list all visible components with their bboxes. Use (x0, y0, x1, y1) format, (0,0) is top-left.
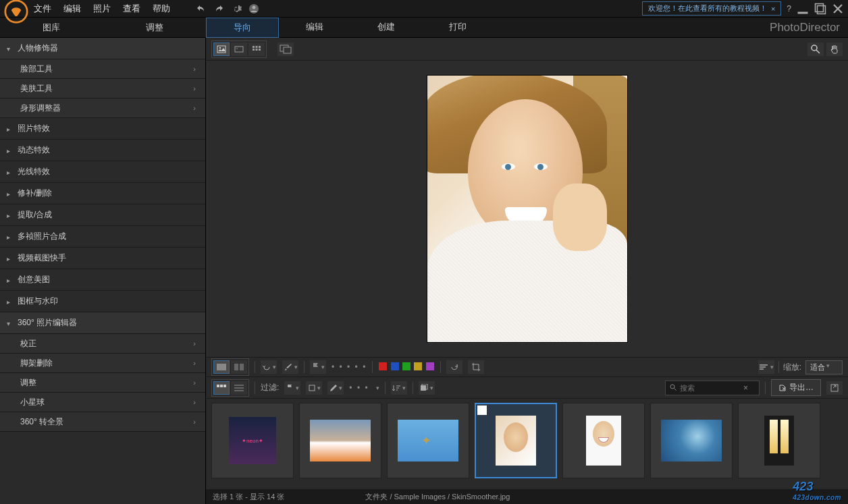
svg-rect-3 (798, 11, 808, 13)
thumb-view-grid-icon[interactable] (213, 381, 230, 395)
view-compare-icon[interactable] (231, 43, 247, 56)
thumb-view-list-icon[interactable] (231, 381, 247, 395)
sidebar-people-retouch[interactable]: 人物修饰器 (0, 38, 205, 59)
svg-rect-4 (816, 3, 824, 11)
tab-adjust[interactable]: 调整 (134, 19, 176, 36)
sidebar-360-little-planet[interactable]: 小星球› (0, 393, 205, 412)
rating-dots[interactable]: • • • • • (332, 362, 367, 372)
sidebar-skin-tools[interactable]: 美肤工具› (0, 79, 205, 99)
zoom-select[interactable]: 适合 ▾ (805, 360, 843, 374)
search-clear-icon[interactable]: × (743, 383, 748, 393)
sidebar-360-correction[interactable]: 校正› (0, 334, 205, 354)
tab-print[interactable]: 打印 (422, 18, 494, 38)
sidebar-frame-watermark[interactable]: 图框与水印 (0, 291, 205, 312)
svg-point-7 (219, 47, 221, 48)
sidebar-360-editor[interactable]: 360° 照片编辑器 (0, 312, 205, 334)
sidebar-360-to-panorama[interactable]: 360° 转全景› (0, 412, 205, 432)
sidebar-body-shaper[interactable]: 身形调整器› (0, 99, 205, 118)
label-purple[interactable] (426, 362, 434, 370)
menu-view[interactable]: 查看 (123, 3, 140, 15)
welcome-close-button[interactable]: × (771, 5, 775, 13)
sidebar-repair-remove[interactable]: 修补/删除 (0, 183, 205, 204)
sort-order-icon[interactable]: ▾ (391, 381, 407, 395)
menu-help[interactable]: 帮助 (153, 3, 170, 15)
flag-icon[interactable]: ▾ (310, 360, 326, 374)
brush-icon[interactable]: ▾ (282, 360, 298, 374)
thumbnail-2[interactable] (299, 403, 381, 478)
label-red[interactable] (379, 362, 387, 370)
menu-edit[interactable]: 编辑 (63, 3, 81, 15)
welcome-text: 欢迎您！在此查看所有的教程视频！ (648, 3, 767, 13)
main-photo (427, 75, 628, 343)
sidebar-creative[interactable]: 创意美图 (0, 269, 205, 291)
filter-flag-icon[interactable]: ▾ (284, 381, 300, 395)
sidebar-photo-effects[interactable]: 照片特效 (0, 118, 205, 140)
help-button[interactable]: ? (787, 4, 791, 13)
filter-edited-icon[interactable]: ▾ (327, 381, 344, 395)
sidebar-360-adjust[interactable]: 调整› (0, 373, 205, 393)
sidebar-multi-frame[interactable]: 多祯照片合成 (0, 226, 205, 248)
canvas-viewport[interactable] (206, 61, 848, 357)
thumbnail-6[interactable] (650, 403, 733, 478)
filter-rating[interactable]: • • • (349, 383, 369, 393)
label-blue[interactable] (391, 362, 399, 370)
thumbnail-7[interactable] (738, 403, 820, 478)
stack-icon[interactable]: ▾ (419, 381, 435, 395)
sidebar-light-effects[interactable]: 光线特效 (0, 161, 205, 183)
tab-edit[interactable]: 编辑 (279, 18, 350, 38)
rotate-icon[interactable]: ▾ (261, 360, 277, 374)
crop-icon[interactable] (468, 360, 484, 374)
welcome-banner[interactable]: 欢迎您！在此查看所有的教程视频！ × (642, 1, 781, 16)
tab-create[interactable]: 创建 (350, 18, 422, 38)
secondary-monitor-icon[interactable] (277, 43, 294, 56)
undo-icon[interactable] (196, 3, 207, 14)
sidebar-face-tools[interactable]: 脸部工具› (0, 59, 205, 79)
pan-tool-icon[interactable] (826, 43, 843, 56)
label-green[interactable] (402, 362, 410, 370)
redo-icon[interactable] (213, 3, 224, 14)
svg-rect-10 (253, 46, 255, 48)
view-single-icon[interactable] (213, 43, 230, 56)
tab-guided[interactable]: 导向 (206, 18, 279, 38)
svg-point-2 (253, 5, 256, 9)
export-button[interactable]: 导出… (771, 379, 821, 396)
refresh-icon[interactable] (446, 360, 462, 374)
sidebar-video-capture[interactable]: 视频截图快手 (0, 248, 205, 269)
svg-rect-25 (309, 385, 315, 391)
sidebar-animation-effects[interactable]: 动态特效 (0, 140, 205, 161)
svg-rect-11 (256, 46, 258, 48)
sidebar-extract-compose[interactable]: 提取/合成 (0, 204, 205, 226)
thumbnail-4[interactable] (475, 403, 557, 478)
share-icon[interactable] (826, 381, 843, 395)
filter-label-icon[interactable]: ▾ (306, 381, 322, 395)
thumbnail-3[interactable]: ✦ (387, 403, 469, 478)
zoom-tool-icon[interactable] (807, 43, 824, 56)
main-menu: 文件 编辑 照片 查看 帮助 (34, 3, 170, 15)
thumbnail-5[interactable] (562, 403, 645, 478)
tab-library[interactable]: 图库 (30, 19, 72, 36)
svg-rect-17 (284, 47, 291, 53)
layout-split-icon[interactable] (231, 360, 247, 374)
sort-icon[interactable]: ▾ (758, 360, 774, 374)
selected-badge-icon (477, 405, 487, 415)
settings-icon[interactable] (231, 3, 242, 14)
sidebar: 人物修饰器 脸部工具› 美肤工具› 身形调整器› 照片特效 动态特效 光线特效 … (0, 38, 206, 504)
view-grid-icon[interactable] (248, 43, 265, 56)
label-yellow[interactable] (414, 362, 422, 370)
user-icon[interactable] (248, 3, 259, 14)
thumbnail-1[interactable]: ✦neon✦ (211, 403, 294, 478)
color-labels[interactable] (378, 362, 434, 372)
layout-single-icon[interactable] (213, 360, 230, 374)
search-input[interactable] (680, 384, 741, 392)
app-logo-icon (4, 0, 28, 24)
sidebar-360-tripod-remove[interactable]: 脚架删除› (0, 354, 205, 373)
brand-label: PhotoDirector (770, 21, 840, 34)
menu-photo[interactable]: 照片 (93, 3, 111, 15)
search-box[interactable]: × (665, 381, 760, 395)
search-icon (670, 384, 677, 391)
maximize-button[interactable] (814, 3, 826, 15)
minimize-button[interactable] (797, 3, 809, 15)
menu-file[interactable]: 文件 (34, 3, 51, 15)
svg-rect-21 (240, 364, 244, 370)
close-button[interactable] (832, 3, 844, 15)
